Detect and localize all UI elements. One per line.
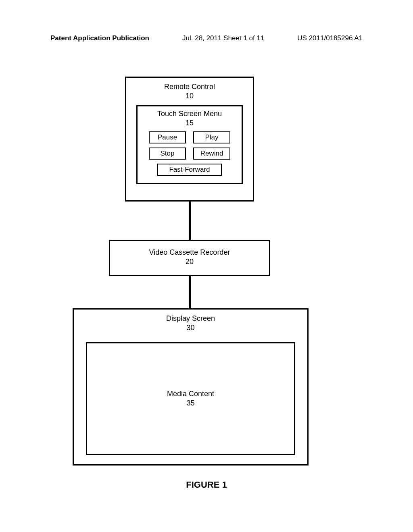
touch-menu-title: Touch Screen Menu: [142, 110, 237, 118]
button-row-3: Fast-Forward: [142, 164, 237, 176]
header-publication: Patent Application Publication: [50, 34, 149, 42]
figure-label: FIGURE 1: [0, 480, 413, 490]
connector-remote-to-vcr: [189, 202, 191, 240]
touch-menu-reference-num: 15: [142, 119, 237, 127]
vcr-box: Video Cassette Recorder 20: [109, 240, 270, 276]
touch-screen-menu-box: Touch Screen Menu 15 Pause Play Stop Rew…: [136, 105, 243, 184]
remote-control-reference-num: 10: [126, 92, 253, 100]
media-content-box: Media Content 35: [86, 342, 295, 455]
display-title: Display Screen: [74, 314, 307, 323]
stop-button: Stop: [149, 148, 186, 160]
media-title: Media Content: [167, 390, 214, 398]
header-pub-number: US 2011/0185296 A1: [297, 34, 363, 42]
vcr-reference-num: 20: [110, 258, 269, 266]
vcr-title: Video Cassette Recorder: [110, 248, 269, 257]
play-button: Play: [193, 131, 230, 143]
button-row-1: Pause Play: [142, 131, 237, 143]
rewind-button: Rewind: [193, 148, 230, 160]
display-reference-num: 30: [74, 324, 307, 332]
header-date-sheet: Jul. 28, 2011 Sheet 1 of 11: [182, 34, 264, 42]
pause-button: Pause: [149, 131, 186, 143]
button-row-2: Stop Rewind: [142, 148, 237, 160]
fast-forward-button: Fast-Forward: [157, 164, 222, 176]
display-screen-box: Display Screen 30 Media Content 35: [73, 308, 309, 466]
remote-control-title: Remote Control: [126, 83, 253, 91]
page-header: Patent Application Publication Jul. 28, …: [0, 0, 413, 42]
connector-vcr-to-display: [189, 276, 191, 308]
media-reference-num: 35: [186, 399, 194, 407]
remote-control-box: Remote Control 10 Touch Screen Menu 15 P…: [125, 77, 254, 202]
